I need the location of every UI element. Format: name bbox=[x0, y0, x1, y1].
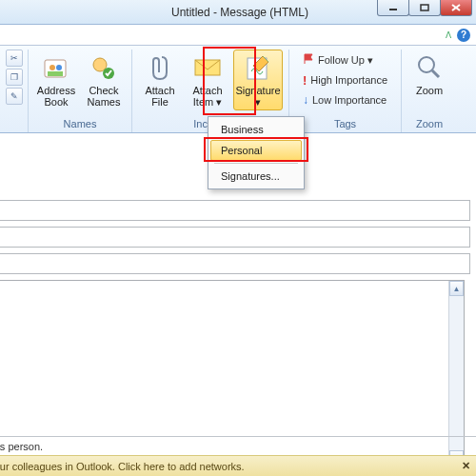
zoom-button[interactable]: Zoom bbox=[407, 50, 451, 99]
menu-separator bbox=[214, 163, 298, 164]
group-zoom: Zoom Zoom bbox=[402, 50, 457, 132]
group-label-zoom: Zoom bbox=[407, 116, 451, 132]
flag-icon bbox=[303, 53, 314, 67]
group-label-tags: Tags bbox=[295, 116, 395, 132]
clipboard-small-1[interactable]: ✂ bbox=[6, 50, 23, 67]
cc-field[interactable] bbox=[0, 227, 470, 248]
close-button[interactable] bbox=[440, 0, 472, 16]
svg-point-12 bbox=[419, 57, 434, 72]
check-names-button[interactable]: Check Names bbox=[82, 50, 126, 110]
quick-access-strip: ᐱ ? bbox=[0, 25, 476, 46]
maximize-button[interactable] bbox=[408, 0, 441, 16]
high-importance-button[interactable]: ! High Importance bbox=[301, 71, 389, 89]
help-icon[interactable]: ? bbox=[457, 29, 470, 42]
scroll-up-button[interactable]: ▲ bbox=[449, 281, 464, 296]
svg-rect-1 bbox=[421, 5, 428, 10]
ribbon-collapse-icon[interactable]: ᐱ bbox=[446, 30, 451, 40]
group-tags: Follow Up ▾ ! High Importance ↓ Low Impo… bbox=[289, 50, 402, 132]
envelope-icon bbox=[192, 52, 223, 83]
to-field[interactable] bbox=[0, 200, 470, 221]
social-connector-bar[interactable]: of your colleagues in Outlook. Click her… bbox=[0, 455, 476, 476]
low-importance-button[interactable]: ↓ Low Importance bbox=[301, 91, 388, 109]
exclamation-icon: ! bbox=[303, 73, 307, 88]
signature-menu-signatures[interactable]: Signatures... bbox=[210, 166, 302, 187]
svg-line-13 bbox=[432, 70, 439, 77]
signature-menu-business[interactable]: Business bbox=[210, 119, 302, 140]
subject-field[interactable] bbox=[0, 253, 470, 274]
group-label-clipboard bbox=[6, 116, 22, 132]
magnifier-icon bbox=[414, 52, 445, 83]
window-controls bbox=[378, 0, 472, 16]
attach-file-button[interactable]: Attach File bbox=[138, 50, 182, 110]
clipboard-small-3[interactable]: ✎ bbox=[6, 88, 23, 105]
signature-icon bbox=[243, 52, 273, 83]
clipboard-small-2[interactable]: ❐ bbox=[6, 69, 23, 86]
group-names: Address Book Check Names Names bbox=[29, 50, 132, 132]
compose-area: ▲ ▼ bbox=[0, 188, 476, 466]
people-pane-header: m this person. bbox=[0, 436, 476, 455]
svg-point-6 bbox=[56, 65, 62, 70]
address-book-icon bbox=[41, 52, 71, 83]
signature-menu: Business Personal Signatures... bbox=[208, 116, 305, 189]
svg-rect-7 bbox=[48, 71, 63, 76]
title-bar: Untitled - Message (HTML) bbox=[0, 0, 476, 25]
signature-menu-personal[interactable]: Personal bbox=[210, 140, 302, 161]
close-icon[interactable]: ✕ bbox=[462, 460, 470, 472]
check-names-icon bbox=[89, 52, 119, 83]
attach-item-button[interactable]: Attach Item ▾ bbox=[186, 50, 229, 110]
minimize-button[interactable] bbox=[377, 0, 409, 16]
signature-button[interactable]: Signature ▾ bbox=[233, 50, 283, 110]
follow-up-button[interactable]: Follow Up ▾ bbox=[301, 51, 375, 69]
arrow-down-icon: ↓ bbox=[303, 93, 308, 107]
group-label-names: Names bbox=[34, 116, 126, 132]
svg-point-5 bbox=[50, 65, 55, 70]
address-book-button[interactable]: Address Book bbox=[34, 50, 78, 110]
paperclip-icon bbox=[145, 52, 175, 83]
